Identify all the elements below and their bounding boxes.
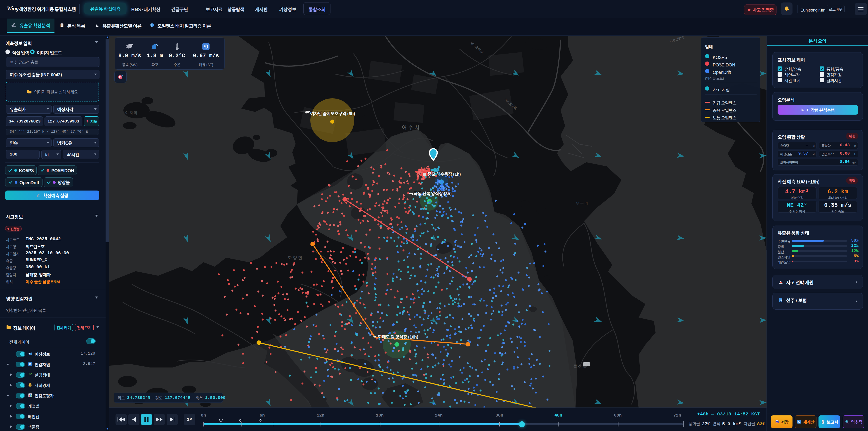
- svg-text:화양면: 화양면: [288, 254, 303, 260]
- svg-text:여자만 습지보호구역 (6h): 여자만 습지보호구역 (6h): [310, 110, 355, 117]
- svg-text:우두리: 우두리: [576, 200, 589, 206]
- svg-text:국동 전복 양식장 (3h): 국동 전복 양식장 (3h): [414, 190, 452, 196]
- svg-text:화태도 김 양식장 (10h): 화태도 김 양식장 (10h): [378, 333, 418, 340]
- svg-text:중포 해수욕장 (1h): 중포 해수욕장 (1h): [428, 171, 461, 177]
- svg-text:여자리: 여자리: [125, 110, 138, 116]
- svg-text:여수시: 여수시: [402, 123, 421, 131]
